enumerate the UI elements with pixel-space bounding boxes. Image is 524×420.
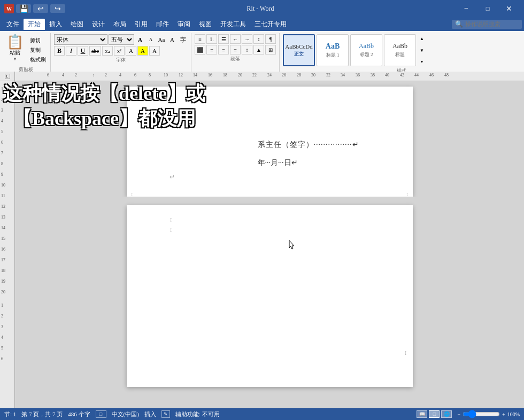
style-title-card[interactable]: AaBb 标题 [384,34,416,66]
show-marks-btn[interactable]: ¶ [265,34,276,44]
vruler-15: 15 [1,236,5,241]
decrease-indent-btn[interactable]: ← [230,34,241,44]
font-shrink-btn[interactable]: A [146,35,156,44]
menu-draw[interactable]: 绘图 [66,19,88,30]
menu-view[interactable]: 视图 [195,19,216,30]
menu-insert[interactable]: 插入 [45,19,66,30]
copy-button[interactable]: 复制 [28,46,48,55]
menu-home[interactable]: 开始 [24,19,45,30]
menu-custom[interactable]: 三七开专用 [250,19,291,30]
status-track-btn[interactable]: □ [96,410,106,418]
ruler-num-4: 4 [119,73,121,77]
align-right-btn[interactable]: ≡ [218,45,229,55]
vruler-12: 12 [1,204,5,209]
menu-references[interactable]: 引用 [130,19,152,30]
menu-layout[interactable]: 布局 [109,19,130,30]
redo-btn[interactable]: ↪ [50,4,65,13]
bold-btn[interactable]: B [54,46,65,56]
menu-mailings[interactable]: 邮件 [152,19,173,30]
vruler-1: 1 [1,87,3,91]
style-h2-card[interactable]: AaBb 标题 2 [350,34,382,66]
shading-btn[interactable]: ▲ [253,45,264,55]
underline-btn[interactable]: U [78,46,88,56]
menu-design[interactable]: 设计 [88,19,109,30]
title-text: Rit - Word [65,5,456,13]
vruler-3: 3 [1,108,3,113]
font-size-select[interactable]: 五号 [109,34,134,45]
ruler-num-38: 38 [371,73,375,77]
style-normal-card[interactable]: AaBbCcDd 正文 [283,34,315,66]
strikethrough-btn[interactable]: abc [89,46,101,56]
ruler-num-2: 2 [105,73,107,77]
menu-review[interactable]: 审阅 [173,19,195,30]
menu-developer[interactable]: 开发工具 [216,19,250,30]
font-name-select[interactable]: 宋体 [54,34,107,45]
numbering-btn[interactable]: 1. [206,34,217,44]
style-h1-card[interactable]: AaB 标题 1 [317,34,349,66]
highlight-btn[interactable]: A [137,46,148,56]
justify-btn[interactable]: ≡ [230,45,241,55]
vruler-25: 5 [1,346,3,351]
style-title-label: 标题 [395,51,405,58]
paste-dropdown-icon: ▼ [13,57,17,61]
page-2: ↕ ↕ ↕ [127,205,413,387]
page-1-content[interactable]: 系主任（签字）················↵ 年···月···日↵ ↵ [127,87,413,192]
zoom-slider[interactable] [463,411,500,417]
page-2-content[interactable]: ↕ ↕ [127,205,413,255]
font-color-btn[interactable]: A [126,46,136,56]
align-left-btn[interactable]: ⬛ [195,45,205,55]
italic-btn[interactable]: I [66,46,76,56]
minimize-btn[interactable]: − [456,0,477,17]
phonetic-btn[interactable]: 字 [178,35,188,44]
cut-button[interactable]: 剪切 [28,36,48,45]
styles-up-btn[interactable]: ▲ [418,36,426,41]
quick-save-btn[interactable]: 💾 [16,4,31,13]
corner-tl: ↕ [131,192,133,197]
paste-label: 粘贴 [10,49,20,57]
line-spacing-btn[interactable]: ↕ [242,45,252,55]
ruler-num-36: 36 [356,73,360,77]
increase-indent-btn[interactable]: → [242,34,252,44]
page-view-btn[interactable]: □ [429,410,440,418]
read-view-btn[interactable]: 📖 [417,410,427,418]
format-painter-button[interactable]: 格式刷 [28,56,48,64]
status-page: 第 7 页，共 7 页 [21,410,63,418]
outline-btn[interactable]: ☰ [218,34,229,44]
ruler-num-neg2: 2 [75,73,77,77]
vruler-26: 6 [1,356,3,361]
search-input[interactable] [465,21,519,27]
superscript-btn[interactable]: x² [114,46,125,56]
styles-scroll[interactable]: ▲ ▼ ▾ [418,34,426,66]
font-color2-btn[interactable]: A [149,46,160,56]
paste-button[interactable]: 📋 粘贴 ▼ [3,34,27,66]
status-bar: 节: 1 第 7 页，共 7 页 486 个字 □ 中文(中国) 插入 ✎ 辅助… [0,408,524,420]
close-btn[interactable]: ✕ [498,0,520,17]
menu-file[interactable]: 文件 [2,19,24,30]
align-center-btn[interactable]: ≡ [206,45,217,55]
change-case-btn[interactable]: Aa [157,35,166,44]
clear-format-btn[interactable]: A [167,35,177,44]
zoom-level: − [457,411,460,417]
styles-down-btn[interactable]: ▼ [418,48,426,53]
ruler-corner-btn[interactable]: L [5,74,10,79]
maximize-btn[interactable]: □ [477,0,498,17]
ruler-num-10: 10 [164,73,168,77]
vruler-2: 2 [1,97,3,102]
zoom-percent: 100% [507,411,520,417]
bullets-btn[interactable]: ≡ [195,34,205,44]
status-track-changes-btn[interactable]: ✎ [161,410,170,418]
font-grow-btn[interactable]: A [135,35,145,44]
web-view-btn[interactable]: 🌐 [441,410,452,418]
border-btn[interactable]: ⊞ [265,45,276,55]
page-1: 系主任（签字）················↵ 年···月···日↵ ↵ ↕ … [127,87,413,197]
ruler-num-32: 32 [326,73,330,77]
view-buttons: 📖 □ 🌐 [417,410,452,418]
subscript-btn[interactable]: x₂ [102,46,113,56]
signature-section: 系主任（签字）················↵ 年···月···日↵ [169,140,370,168]
sort-btn[interactable]: ↕ [253,34,264,44]
styles-expand-btn[interactable]: ▾ [418,59,426,64]
undo-btn[interactable]: ↩ [33,4,48,13]
vruler-7: 7 [1,151,3,155]
document-scroll-area[interactable]: 系主任（签字）················↵ 年···月···日↵ ↵ ↕ … [15,81,524,408]
vruler-9: 9 [1,172,3,177]
